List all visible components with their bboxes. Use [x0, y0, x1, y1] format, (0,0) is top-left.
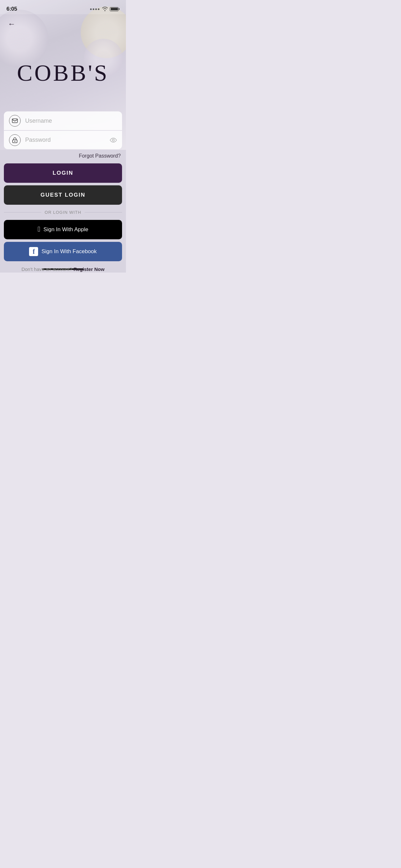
password-input-group [4, 130, 122, 149]
sign-in-facebook-button[interactable]: f Sign In With Facebook [4, 242, 122, 261]
apple-button-label: Sign In With Apple [43, 226, 89, 233]
status-icons [90, 7, 120, 11]
lock-icon [9, 134, 21, 146]
forgot-password-section: Forgot Password? [4, 153, 122, 159]
or-divider: OR LOGIN WITH [4, 210, 122, 215]
svg-rect-0 [12, 119, 18, 123]
back-button[interactable]: ← [5, 17, 18, 31]
battery-icon [110, 7, 120, 11]
register-section: Don't have an account? Register Now [4, 267, 122, 272]
brand-title: COBB'S [0, 60, 126, 87]
forgot-password-link[interactable]: Forgot Password? [79, 153, 121, 159]
signal-dots-icon [90, 8, 99, 10]
username-input-group [4, 112, 122, 130]
guest-login-button[interactable]: GUEST LOGIN [4, 185, 122, 205]
password-input[interactable] [25, 136, 110, 144]
divider-line-left [4, 212, 41, 213]
login-button[interactable]: LOGIN [4, 163, 122, 183]
screen: 6:05 ← COBB'S [0, 0, 126, 273]
facebook-logo-icon: f [29, 247, 38, 256]
svg-point-2 [14, 141, 16, 142]
sign-in-apple-button[interactable]:  Sign In With Apple [4, 220, 122, 239]
apple-logo-icon:  [38, 226, 40, 233]
username-input[interactable] [25, 118, 117, 124]
back-arrow-icon: ← [8, 20, 16, 28]
divider-line-right [85, 212, 122, 213]
wifi-icon [102, 7, 108, 11]
eye-toggle-icon[interactable] [110, 137, 117, 143]
register-prefix: Don't have an account? [21, 267, 72, 272]
register-now-link[interactable]: Register Now [73, 267, 104, 272]
svg-point-3 [112, 139, 114, 141]
email-icon [9, 115, 21, 127]
brand-name: COBB'S [17, 60, 109, 86]
status-time: 6:05 [6, 6, 17, 12]
content-area: Forgot Password? LOGIN GUEST LOGIN OR LO… [0, 112, 126, 272]
status-bar: 6:05 [0, 0, 126, 14]
or-text: OR LOGIN WITH [44, 210, 81, 215]
facebook-button-label: Sign In With Facebook [41, 248, 96, 255]
